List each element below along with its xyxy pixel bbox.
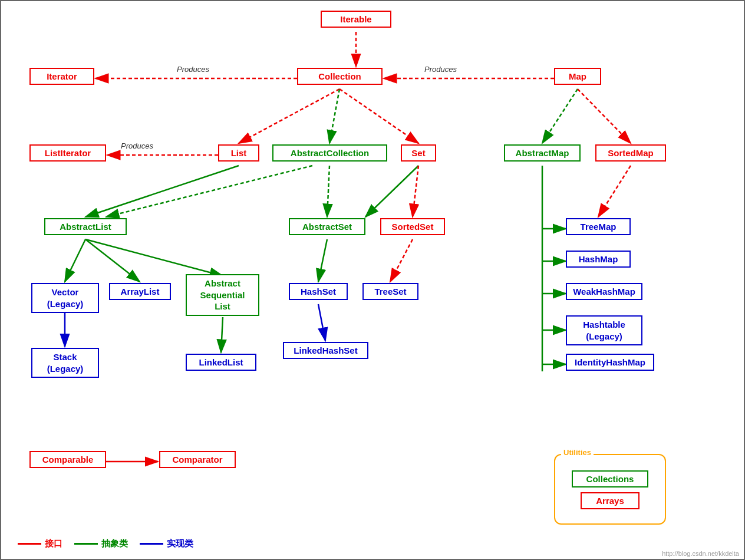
node-abstractmap: AbstractMap	[504, 144, 581, 162]
svg-line-11	[329, 89, 339, 143]
node-stack: Stack(Legacy)	[31, 348, 99, 378]
node-treemap: TreeMap	[566, 218, 631, 235]
svg-line-31	[85, 239, 223, 276]
legend-abstract-label: 抽象类	[101, 538, 128, 549]
node-arrays: Arrays	[581, 492, 639, 509]
svg-text:Produces: Produces	[177, 65, 209, 74]
node-iterable: Iterable	[321, 11, 391, 28]
svg-line-33	[390, 239, 413, 282]
utilities-box: Utilities Collections Arrays	[554, 454, 666, 525]
node-comparable: Comparable	[29, 451, 106, 468]
svg-line-36	[318, 304, 325, 341]
node-abstractcollection: AbstractCollection	[272, 144, 387, 162]
legend-green-line	[74, 543, 98, 545]
node-sortedmap: SortedMap	[595, 144, 666, 162]
node-map: Map	[554, 68, 601, 85]
legend-interface-label: 接口	[45, 538, 62, 549]
svg-line-17	[85, 166, 239, 217]
svg-line-29	[65, 239, 85, 282]
svg-line-18	[106, 166, 312, 217]
node-collections: Collections	[572, 470, 648, 487]
node-vector: Vector(Legacy)	[31, 283, 99, 313]
svg-line-13	[542, 89, 578, 143]
svg-line-12	[339, 89, 418, 143]
node-collection: Collection	[297, 68, 383, 85]
node-abstractlist: AbstractList	[44, 218, 127, 235]
legend-interface: 接口	[18, 538, 62, 549]
node-linkedlist: LinkedList	[186, 354, 256, 371]
node-set: Set	[401, 144, 436, 162]
node-treeset: TreeSet	[362, 283, 418, 300]
node-abstractset: AbstractSet	[289, 218, 365, 235]
node-comparator: Comparator	[159, 451, 236, 468]
legend: 接口 抽象类 实现类	[18, 538, 193, 549]
node-linkedhashset: LinkedHashSet	[283, 342, 368, 359]
node-abstractsequentiallist: AbstractSequentialList	[186, 274, 259, 316]
node-list: List	[218, 144, 259, 162]
legend-impl-label: 实现类	[167, 538, 193, 549]
svg-line-21	[413, 166, 418, 217]
svg-line-14	[578, 89, 631, 143]
legend-abstract: 抽象类	[74, 538, 128, 549]
svg-text:Produces: Produces	[424, 65, 457, 74]
node-hashset: HashSet	[289, 283, 348, 300]
svg-line-30	[85, 239, 140, 282]
node-weakhashmap: WeakHashMap	[566, 283, 642, 300]
node-sortedset: SortedSet	[380, 218, 445, 235]
svg-line-10	[239, 89, 339, 143]
node-hashtable: Hashtable(Legacy)	[566, 315, 642, 345]
svg-text:Produces: Produces	[121, 141, 153, 150]
node-arraylist: ArrayList	[109, 283, 171, 300]
svg-line-19	[327, 166, 329, 217]
legend-red-line	[18, 543, 41, 545]
node-listiterator: ListIterator	[29, 144, 106, 162]
node-identityhashmap: IdentityHashMap	[566, 354, 654, 371]
watermark: http://blog.csdn.net/kkdelta	[662, 550, 739, 557]
svg-line-35	[221, 317, 223, 353]
diagram-container: Produces Produces Produces	[0, 0, 745, 560]
utilities-label: Utilities	[561, 448, 594, 457]
node-hashmap: HashMap	[566, 251, 631, 268]
legend-blue-line	[140, 543, 163, 545]
svg-line-20	[365, 166, 418, 217]
svg-line-32	[318, 239, 327, 282]
svg-line-28	[598, 166, 631, 217]
node-iterator: Iterator	[29, 68, 94, 85]
legend-impl: 实现类	[140, 538, 193, 549]
